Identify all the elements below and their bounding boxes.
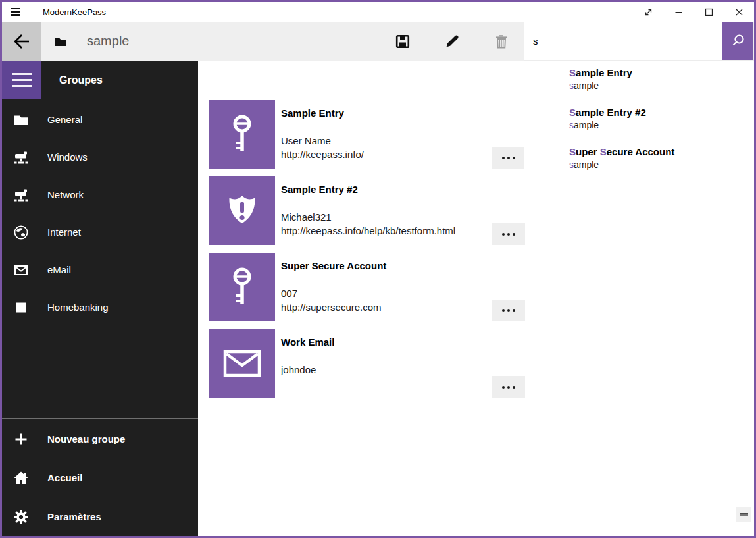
entry-tile [209,329,275,398]
action-label: Nouveau groupe [47,433,125,444]
back-button[interactable] [2,22,41,61]
sidebar-item-homebanking[interactable]: Homebanking [2,288,198,326]
action-label: Paramètres [47,511,101,522]
entry-more-button[interactable] [492,300,525,321]
result-title: Sample Entry #2 [569,106,753,119]
entry-tile [209,100,275,169]
titlebar-menu-button[interactable] [11,2,26,22]
folder-icon [13,114,29,126]
square-icon [13,302,29,313]
toolbar [386,22,534,61]
trash-icon [493,34,509,49]
entry-item-super-secure-account[interactable]: Super Secure Account 007 http://supersec… [209,253,525,321]
edit-button[interactable] [436,22,468,61]
entry-url: http://keepass.info/ [281,148,364,161]
sidebar-item-home[interactable]: Accueil [2,458,198,497]
action-label: Accueil [47,472,82,483]
app-window: ModernKeePass [0,0,756,538]
search-results: Sample EntrysampleSample Entry #2sampleS… [569,67,753,185]
close-button[interactable] [724,2,754,22]
titlebar: ModernKeePass [2,2,754,22]
sidebar-item-new-group[interactable]: Nouveau groupe [2,419,198,458]
ellipsis-icon [502,386,505,389]
database-title: sample [87,34,129,49]
sidebar-item-network[interactable]: Network [2,176,198,213]
entry-title: Super Secure Account [281,253,492,271]
key-icon [226,267,259,308]
save-icon [395,34,411,49]
plus-icon [13,432,29,446]
sidebar-item-settings[interactable]: Paramètres [2,497,198,536]
maximize-button[interactable] [693,2,724,22]
search-results-dropdown: Sample EntrysampleSample Entry #2sampleS… [524,60,753,179]
group-label: eMail [47,264,71,275]
entry-url: http://supersecure.com [281,300,382,314]
envelope-icon [223,350,261,377]
result-subtitle: sample [569,80,753,92]
ellipsis-icon [502,233,505,236]
key-icon [226,114,259,155]
group-label: Internet [47,227,81,238]
group-label: Windows [47,151,88,163]
database-folder-icon [54,36,67,47]
fullscreen-button[interactable] [633,2,663,22]
entry-username: 007 [281,286,382,300]
zoom-out-button[interactable] [736,507,751,522]
search-button[interactable] [722,22,753,60]
entry-item-sample-entry-2[interactable]: Sample Entry #2 Michael321 http://keepas… [209,176,525,245]
entry-title: Sample Entry [281,100,492,119]
minimize-button[interactable] [663,2,693,22]
search-result-item[interactable]: Super Secure Accountsample [569,146,753,185]
arrow-left-icon [13,32,31,51]
magnifier-icon [731,34,745,48]
result-title: Super Secure Account [569,146,753,158]
entry-title: Sample Entry #2 [281,176,492,195]
network-computer-icon [13,150,29,164]
result-subtitle: sample [569,159,753,171]
entry-title: Work Email [281,329,492,348]
result-subtitle: sample [569,119,753,132]
sidebar-hamburger-button[interactable] [2,61,41,99]
sidebar: Groupes General [2,61,198,536]
hamburger-icon [12,73,32,75]
ellipsis-icon [502,157,505,159]
sidebar-actions: Nouveau groupe Accueil [2,418,198,536]
group-label: Network [47,189,84,200]
app-title: ModernKeePass [43,7,106,17]
search-input[interactable] [524,22,722,60]
shield-exclamation-icon [224,192,261,229]
entry-tile [209,176,275,245]
search-result-item[interactable]: Sample Entrysample [569,67,753,106]
group-label: General [47,114,82,125]
entry-more-button[interactable] [492,223,525,245]
delete-button[interactable] [485,22,518,61]
entry-username: User Name [281,134,364,148]
envelope-icon [13,264,29,276]
diagonal-resize-icon [643,7,654,18]
hamburger-icon [11,8,26,9]
gear-icon [13,510,29,524]
entry-more-button[interactable] [492,376,525,398]
sidebar-item-general[interactable]: General [2,101,198,138]
home-icon [13,471,29,485]
entry-item-sample-entry[interactable]: Sample Entry User Name http://keepass.in… [209,100,525,169]
maximize-icon [703,7,715,18]
sidebar-item-email[interactable]: eMail [2,251,198,288]
ellipsis-icon [502,309,505,312]
search-result-item[interactable]: Sample Entry #2sample [569,106,753,146]
entry-tile [209,253,275,321]
sidebar-item-internet[interactable]: Internet [2,213,198,251]
minus-icon [740,513,748,516]
globe-icon [13,225,29,240]
result-title: Sample Entry [569,67,753,79]
entry-more-button[interactable] [492,147,525,169]
entry-username: Michael321 [281,210,455,224]
entry-username: johndoe [281,363,316,377]
minimize-icon [673,7,684,18]
save-button[interactable] [386,22,419,61]
pencil-icon [444,34,460,49]
entry-item-work-email[interactable]: Work Email johndoe [209,329,525,398]
network-computer-icon [13,188,29,202]
sidebar-item-windows[interactable]: Windows [2,138,198,176]
search-bar [524,22,753,60]
